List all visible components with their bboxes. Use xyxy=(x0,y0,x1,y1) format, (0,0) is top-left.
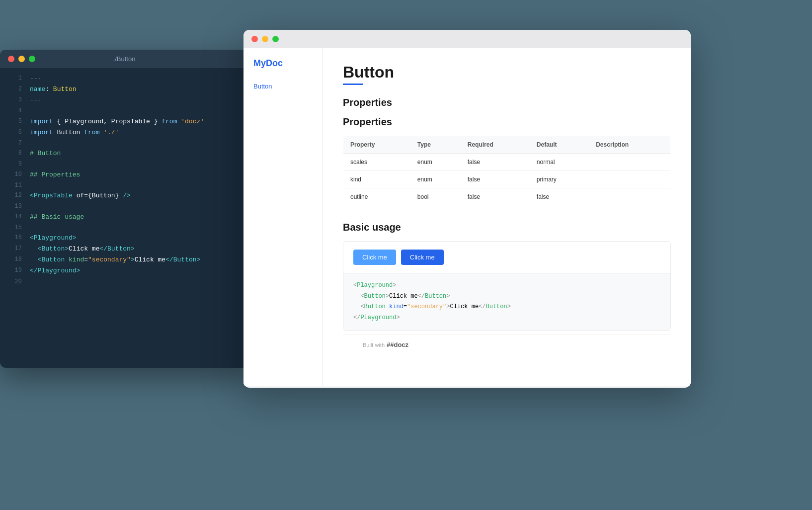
code-line: 1 --- xyxy=(0,73,248,84)
browser-titlebar xyxy=(244,30,691,48)
playground-buttons-container: Click me Click me xyxy=(343,242,670,273)
playground-button-secondary[interactable]: Click me xyxy=(401,250,444,265)
col-header-default: Default xyxy=(530,136,589,154)
browser-maximize-button[interactable] xyxy=(272,36,279,42)
prop-description xyxy=(589,154,670,171)
code-line: 16 <Playground> xyxy=(0,233,248,244)
playground-area: Click me Click me <Playground> <Button>C… xyxy=(343,241,671,331)
page-title: Button xyxy=(343,63,671,82)
code-line: 3 --- xyxy=(0,95,248,106)
props-table: Property Type Required Default Descripti… xyxy=(343,136,671,206)
sidebar-logo-text: My xyxy=(253,58,266,68)
main-content: Button Properties Properties Property Ty… xyxy=(323,48,691,386)
prop-required: false xyxy=(461,188,530,206)
sidebar-logo-accent: Doc xyxy=(266,58,283,68)
browser-minimize-button[interactable] xyxy=(262,36,268,42)
code-line: 17 <Button>Click me</Button> xyxy=(0,244,248,255)
code-editor-title: ./Button xyxy=(113,55,136,63)
code-line: 6 import Button from './' xyxy=(0,127,248,138)
footer-built-with: Built with xyxy=(363,342,385,348)
code-line: 2 name: Button xyxy=(0,84,248,95)
prop-default: normal xyxy=(530,154,589,171)
code-line: 13 xyxy=(0,201,248,211)
playground-code-line2: <Button>Click me</Button> xyxy=(353,291,660,302)
code-editor-body: 1 --- 2 name: Button 3 --- 4 5 import { … xyxy=(0,68,248,292)
playground-code: <Playground> <Button>Click me</Button> <… xyxy=(343,273,670,330)
code-editor-titlebar: ./Button xyxy=(0,50,248,68)
basic-usage-heading: Basic usage xyxy=(343,222,671,233)
browser-body: MyDoc Button Button Properties Propertie… xyxy=(244,48,691,386)
code-line: 15 xyxy=(0,223,248,233)
playground-code-line1: <Playground> xyxy=(353,280,660,291)
code-line: 7 xyxy=(0,138,248,148)
col-header-type: Type xyxy=(410,136,461,154)
properties-heading: Properties xyxy=(343,116,671,128)
prop-default: primary xyxy=(530,171,589,188)
prop-name: kind xyxy=(343,171,410,188)
prop-name: scales xyxy=(343,154,410,171)
prop-required: false xyxy=(461,154,530,171)
code-line: 9 xyxy=(0,159,248,169)
playground-code-line3: <Button kind="secondary">Click me</Butto… xyxy=(353,302,660,313)
prop-default: false xyxy=(530,188,589,206)
prop-type: bool xyxy=(410,188,461,206)
prop-type: enum xyxy=(410,154,461,171)
browser-close-button[interactable] xyxy=(251,36,258,42)
code-editor-minimize-button[interactable] xyxy=(18,56,25,62)
code-editor-maximize-button[interactable] xyxy=(29,56,35,62)
table-row: outline bool false false xyxy=(343,188,671,206)
sidebar-logo: MyDoc xyxy=(244,58,323,79)
title-underline xyxy=(343,84,363,85)
prop-required: false xyxy=(461,171,530,188)
code-line: 19 </Playground> xyxy=(0,265,248,276)
prop-description xyxy=(589,188,670,206)
properties-anchor-heading: Properties xyxy=(343,97,671,108)
table-row: scales enum false normal xyxy=(343,154,671,171)
col-header-property: Property xyxy=(343,136,410,154)
code-editor-window: ./Button 1 --- 2 name: Button 3 --- 4 5 … xyxy=(0,50,248,368)
sidebar: MyDoc Button xyxy=(244,48,323,386)
code-line: 20 xyxy=(0,277,248,287)
prop-name: outline xyxy=(343,188,410,206)
table-row: kind enum false primary xyxy=(343,171,671,188)
footer-docz-logo: ##docz xyxy=(387,341,408,348)
col-header-required: Required xyxy=(461,136,530,154)
code-line: 12 <PropsTable of={Button} /> xyxy=(0,190,248,201)
code-line: 18 <Button kind="secondary">Click me</Bu… xyxy=(0,255,248,265)
sidebar-item-button[interactable]: Button xyxy=(244,79,323,94)
code-line: 4 xyxy=(0,106,248,116)
col-header-description: Description xyxy=(589,136,670,154)
browser-footer: Built with ##docz xyxy=(343,335,671,354)
code-line: 5 import { Playground, PropsTable } from… xyxy=(0,116,248,127)
browser-window: MyDoc Button Button Properties Propertie… xyxy=(244,30,691,388)
code-line: 8 # Button xyxy=(0,148,248,159)
prop-type: enum xyxy=(410,171,461,188)
code-line: 14 ## Basic usage xyxy=(0,212,248,223)
playground-button-primary[interactable]: Click me xyxy=(353,250,396,265)
playground-code-line4: </Playground> xyxy=(353,313,660,324)
code-line: 10 ## Properties xyxy=(0,170,248,180)
code-line: 11 xyxy=(0,180,248,190)
code-editor-close-button[interactable] xyxy=(8,56,14,62)
prop-description xyxy=(589,171,670,188)
